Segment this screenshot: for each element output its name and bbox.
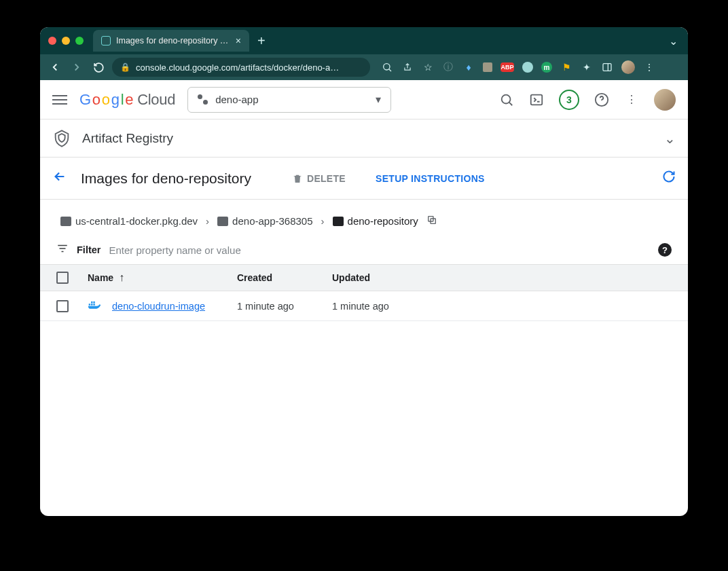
status-count: 3 [566,94,572,105]
filter-bar: Filter Enter property name or value ? [40,242,688,264]
delete-button[interactable]: DELETE [292,173,346,184]
table-header: Name ↑ Created Updated [40,264,688,291]
filter-input[interactable]: Enter property name or value [109,244,240,256]
titlebar: Images for deno-repository – A × + ⌄ [40,27,688,54]
bookmark-star-icon[interactable]: ☆ [422,61,434,73]
refresh-button[interactable] [662,170,676,187]
minimize-window-button[interactable] [62,37,70,45]
svg-rect-8 [91,303,93,306]
extension-square-icon[interactable] [483,62,492,72]
new-tab-button[interactable]: + [257,33,266,49]
forward-button[interactable] [69,59,85,75]
chevron-right-icon: › [321,215,325,227]
maximize-window-button[interactable] [75,37,84,45]
reload-button[interactable] [90,59,107,75]
delete-label: DELETE [307,173,346,184]
breadcrumb-item[interactable]: us-central1-docker.pkg.dev [60,215,198,227]
chevron-right-icon: › [206,215,209,227]
status-indicator[interactable]: 3 [559,90,579,110]
extension-circle-icon[interactable] [522,62,533,73]
folder-icon [333,217,344,226]
url-text: console.cloud.google.com/artifacts/docke… [136,62,339,73]
url-field[interactable]: 🔒 console.cloud.google.com/artifacts/doc… [112,58,370,77]
google-cloud-logo[interactable]: Google Cloud [79,91,175,109]
select-all-checkbox[interactable] [56,272,69,284]
extension-m-icon[interactable]: m [541,62,552,73]
extension-flag-icon[interactable]: ⚑ [560,61,572,73]
column-header-updated[interactable]: Updated [332,272,427,283]
svg-point-2 [502,94,511,103]
search-button[interactable] [499,92,514,107]
window-controls [48,37,84,45]
browser-profile-avatar[interactable] [621,60,635,74]
docker-icon [88,299,101,313]
svg-rect-10 [91,301,93,303]
chevron-down-icon: ▾ [376,93,381,106]
nav-menu-button[interactable] [52,92,67,107]
browser-tab[interactable]: Images for deno-repository – A × [93,30,249,52]
project-name: deno-app [215,94,369,105]
project-icon [198,94,208,105]
svg-rect-7 [89,303,91,306]
filter-help-button[interactable]: ? [658,243,672,257]
toolbar-icons: ☆ ⓘ ♦ ABP m ⚑ ✦ ⋮ [381,60,655,74]
extensions-puzzle-icon[interactable]: ✦ [581,61,593,73]
table-row: deno-cloudrun-image 1 minute ago 1 minut… [40,291,688,321]
extension-abp-icon[interactable]: ABP [500,62,514,72]
tabs-overflow-button[interactable]: ⌄ [666,35,680,48]
filter-label: Filter [77,244,101,255]
account-avatar[interactable] [654,89,676,111]
column-header-created[interactable]: Created [237,272,332,283]
gcp-header: Google Cloud deno-app ▾ 3 ⋮ [40,80,688,119]
back-button[interactable] [47,59,63,75]
share-icon[interactable] [401,61,414,73]
breadcrumb-label: deno-repository [348,215,418,227]
cell-created: 1 minute ago [237,301,332,312]
svg-rect-11 [93,301,95,303]
tab-favicon [101,36,111,45]
page-title: Images for deno-repository [81,170,251,187]
close-window-button[interactable] [48,37,56,45]
help-button[interactable] [594,92,609,107]
artifact-registry-icon [52,129,71,148]
trash-icon [292,173,303,184]
close-tab-button[interactable]: × [236,35,241,46]
cloud-shell-button[interactable] [529,92,544,107]
expand-service-button[interactable]: ⌄ [664,130,676,147]
sort-ascending-icon: ↑ [119,272,124,284]
logo-cloud-text: Cloud [137,91,175,109]
svg-rect-1 [603,64,611,71]
page-back-button[interactable] [52,169,67,188]
side-panel-icon[interactable] [601,61,613,73]
breadcrumb-label: deno-app-368305 [232,215,312,227]
svg-rect-9 [93,303,95,306]
service-header: Artifact Registry ⌄ [40,119,688,158]
breadcrumb-item-current: deno-repository [333,215,418,227]
folder-icon [217,217,228,226]
column-header-name[interactable]: Name ↑ [88,272,237,284]
page-header: Images for deno-repository DELETE SETUP … [40,158,688,200]
image-name-link[interactable]: deno-cloudrun-image [112,301,205,312]
svg-point-0 [384,64,390,70]
breadcrumb: us-central1-docker.pkg.dev › deno-app-36… [40,200,688,242]
breadcrumb-item[interactable]: deno-app-368305 [217,215,312,227]
extension-info-icon[interactable]: ⓘ [442,61,454,73]
cell-updated: 1 minute ago [332,301,427,312]
row-checkbox[interactable] [56,300,69,312]
breadcrumb-label: us-central1-docker.pkg.dev [75,215,198,227]
tab-title: Images for deno-repository – A [116,36,230,45]
more-menu-button[interactable]: ⋮ [624,92,639,107]
zoom-icon[interactable] [381,61,393,73]
lock-icon: 🔒 [120,62,130,72]
extension-gem-icon[interactable]: ♦ [462,61,475,73]
copy-path-button[interactable] [426,215,437,227]
browser-menu-button[interactable]: ⋮ [643,61,655,73]
service-name: Artifact Registry [82,131,173,146]
filter-icon [56,242,69,257]
folder-icon [60,217,71,226]
project-picker[interactable]: deno-app ▾ [187,87,391,113]
browser-window: Images for deno-repository – A × + ⌄ 🔒 c… [40,27,688,516]
address-bar: 🔒 console.cloud.google.com/artifacts/doc… [40,54,688,80]
setup-instructions-button[interactable]: SETUP INSTRUCTIONS [376,173,485,184]
